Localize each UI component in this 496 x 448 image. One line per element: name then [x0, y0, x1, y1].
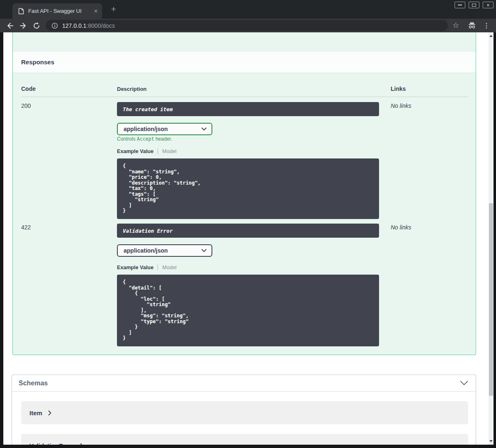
chevron-down-icon [202, 249, 207, 252]
example-json-200: { "name": "string", "price": 0, "descrip… [117, 158, 379, 219]
tab-close-icon[interactable]: ✕ [94, 8, 98, 14]
responses-table-header-code: Code [21, 85, 36, 92]
response-422-links: No links [391, 224, 411, 231]
reload-button[interactable] [32, 21, 41, 31]
tab-example-value[interactable]: Example Value [117, 149, 153, 154]
response-code-422: 422 [21, 224, 31, 231]
bookmark-star-icon[interactable]: ☆ [451, 21, 460, 30]
response-200-links: No links [391, 102, 411, 109]
accept-header-message: Controls Accept header. [117, 136, 172, 142]
maximize-icon [472, 4, 476, 7]
minimize-button[interactable] [455, 2, 465, 8]
info-icon [51, 22, 58, 29]
back-icon [6, 22, 14, 30]
tab-model[interactable]: Model [162, 265, 176, 270]
tab-example-value[interactable]: Example Value [117, 265, 153, 270]
address-bar[interactable]: 127.0.0.1:8000/docs [46, 20, 448, 31]
responses-section-header: Responses [13, 51, 476, 73]
new-tab-button[interactable]: + [108, 4, 119, 15]
schema-item-card[interactable]: Item [21, 401, 468, 424]
maximize-button[interactable] [469, 2, 479, 8]
responses-table-header-description: Description [117, 86, 147, 92]
tab-model[interactable]: Model [162, 149, 176, 154]
endpoint-block: Responses Code Description Links 200 The… [12, 32, 476, 355]
example-model-tabs-200: Example Value Model [117, 148, 177, 154]
response-422-description: Validation Error [117, 224, 379, 238]
minimize-icon [458, 5, 462, 5]
forward-icon [19, 22, 27, 30]
browser-window: Fast API - Swagger UI ✕ + ✕ [0, 0, 496, 448]
close-button[interactable]: ✕ [483, 2, 494, 8]
reload-icon [32, 22, 41, 30]
swagger-page: Responses Code Description Links 200 The… [3, 32, 494, 445]
scrollbar-thumb[interactable] [489, 203, 493, 396]
schema-validationerror-card[interactable]: ValidationError [21, 434, 468, 445]
incognito-icon [467, 21, 477, 30]
media-type-select-200[interactable]: application/json [117, 123, 212, 135]
browser-tab[interactable]: Fast API - Swagger UI ✕ [12, 3, 102, 19]
tab-title: Fast API - Swagger UI [28, 8, 91, 14]
url-path: :8000/docs [86, 22, 115, 29]
table-header-divider [21, 97, 468, 97]
schemas-header[interactable]: Schemas [12, 375, 476, 392]
chevron-down-icon [202, 127, 207, 131]
page-scrollbar[interactable] [489, 32, 494, 445]
media-type-select-422[interactable]: application/json [117, 244, 212, 257]
back-button[interactable] [5, 21, 15, 31]
response-code-200: 200 [21, 102, 31, 109]
menu-kebab-icon[interactable]: ⋮ [482, 21, 491, 30]
forward-button[interactable] [18, 21, 28, 31]
page-icon [18, 8, 24, 15]
chevron-down-icon[interactable] [460, 381, 468, 385]
scroll-down-icon[interactable] [489, 440, 493, 442]
url-host: 127.0.0.1 [62, 22, 86, 29]
responses-title: Responses [21, 58, 54, 66]
scroll-up-icon[interactable] [489, 35, 493, 37]
window-controls: ✕ [451, 2, 494, 8]
tab-divider [158, 148, 158, 154]
tab-divider [158, 264, 158, 270]
responses-table-header-links: Links [391, 85, 406, 92]
response-200-description: The created item [117, 102, 379, 116]
schemas-title: Schemas [19, 380, 460, 387]
tab-strip: Fast API - Swagger UI ✕ + ✕ [0, 0, 496, 19]
chevron-right-icon [48, 410, 51, 416]
browser-toolbar: 127.0.0.1:8000/docs ☆ ⋮ [0, 19, 496, 32]
example-model-tabs-422: Example Value Model [117, 264, 177, 270]
schemas-section: Schemas Item ValidationError [12, 375, 476, 445]
example-json-422: { "detail": [ { "loc": [ "string" ], "ms… [117, 275, 379, 346]
chevron-right-icon [80, 443, 83, 445]
